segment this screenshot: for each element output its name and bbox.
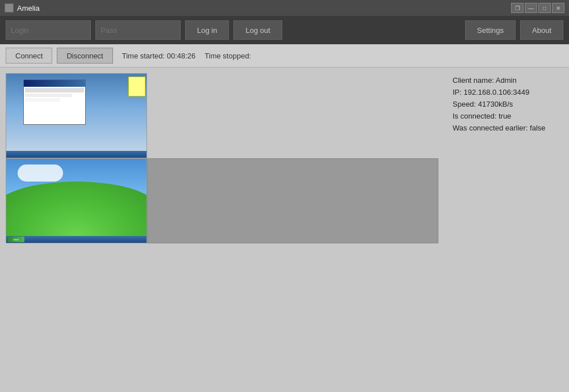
window-icon [5,3,14,12]
time-stopped-label: Time stopped: [204,52,251,60]
screens-row-top [6,73,438,158]
window-controls: ❐ — □ ✕ [511,3,564,13]
ip-row: IP: 192.168.0.106:3449 [453,88,560,96]
sim-taskbar [6,151,147,158]
app-title: Amelia [17,4,40,12]
xp-start-button: start [7,237,24,242]
screen-area: start [0,68,444,392]
screen-thumbnail-top[interactable] [6,73,147,158]
title-bar-left: Amelia [5,3,40,12]
toolbar: Log in Log out Settings About [0,16,569,44]
settings-button[interactable]: Settings [465,20,516,40]
xp-clouds [18,165,63,182]
info-panel: Client name: Admin IP: 192.168.0.106:344… [444,68,569,392]
sim-window-titlebar [24,80,85,87]
client-name-row: Client name: Admin [453,76,560,85]
action-bar: Connect Disconnect Time started: 00:48:2… [0,44,569,68]
is-connected-row: Is connected: true [453,112,560,120]
connect-button[interactable]: Connect [6,48,52,64]
log-in-button[interactable]: Log in [185,20,229,40]
main-content: start Client name: Admin IP: 192.168.0.1… [0,68,569,392]
about-button[interactable]: About [520,20,563,40]
time-started-label: Time started: 00:48:26 [122,52,196,60]
speed-row: Speed: 41730kB/s [453,100,560,108]
title-bar: Amelia ❐ — □ ✕ [0,0,569,16]
screen-gray-panel [147,158,438,243]
screens-row-bottom: start [6,158,438,243]
xp-hill [6,182,147,236]
close-button[interactable]: ✕ [552,3,564,13]
screen-thumbnail-xp-desktop[interactable]: start [6,158,147,243]
disconnect-button[interactable]: Disconnect [57,48,112,64]
was-connected-row: Was connected earlier: false [453,124,560,132]
log-out-button[interactable]: Log out [233,20,282,40]
xp-desktop-inner: start [6,159,147,243]
sim-window-content [24,87,85,124]
screen-top-inner [6,74,147,158]
sim-window [23,79,86,125]
maximize-button[interactable]: □ [538,3,551,13]
xp-taskbar: start [6,236,147,243]
login-input[interactable] [6,20,91,40]
restore-button[interactable]: ❐ [511,3,524,13]
pass-input[interactable] [95,20,181,40]
sim-sticky [128,77,145,96]
minimize-button[interactable]: — [525,3,537,13]
